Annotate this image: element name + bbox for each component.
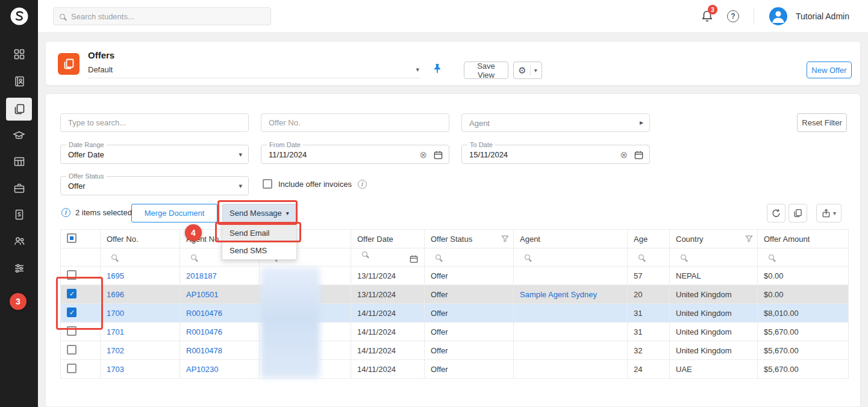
date-range-select[interactable]: Date Range Offer Date ▾ xyxy=(60,145,249,164)
agent-cell xyxy=(514,360,628,379)
calendar-icon[interactable] xyxy=(410,254,418,265)
sidebar-item-agents[interactable] xyxy=(0,229,38,253)
help-button[interactable]: ? xyxy=(727,10,739,22)
table-row[interactable]: 1696 AP10501 13/11/2024 Offer Sample Age… xyxy=(61,285,849,304)
merge-document-button[interactable]: Merge Document xyxy=(131,204,217,222)
agent-no-link[interactable]: AP10501 xyxy=(186,290,219,299)
offer-no-input[interactable] xyxy=(261,113,449,132)
send-message-label: Send Message xyxy=(229,209,282,218)
table-row[interactable]: 1695 2018187 13/11/2024 Offer 57 NEPAL $… xyxy=(61,267,849,285)
briefcase-icon xyxy=(13,182,25,194)
calendar-icon[interactable] xyxy=(434,150,443,162)
search-cell[interactable] xyxy=(101,248,180,267)
row-checkbox[interactable] xyxy=(67,270,76,280)
filter-funnel-icon[interactable] xyxy=(745,235,753,244)
refresh-button[interactable] xyxy=(767,204,785,222)
calendar-icon[interactable] xyxy=(634,150,643,162)
from-date-field[interactable]: From Date 11/11/2024 ⊗ xyxy=(261,145,449,164)
offer-date-cell: 13/11/2024 xyxy=(351,267,425,285)
view-selector[interactable]: Default ▾ xyxy=(88,64,420,78)
to-date-field[interactable]: To Date 15/11/2024 ⊗ xyxy=(461,145,650,164)
offer-no-link[interactable]: 1700 xyxy=(107,309,124,318)
offer-no-link[interactable]: 1695 xyxy=(107,271,124,280)
table-row[interactable]: 1701 R0010476 14/11/2024 Offer 31 United… xyxy=(61,323,849,341)
app-logo[interactable] xyxy=(8,5,30,27)
row-checkbox[interactable] xyxy=(67,345,76,355)
sidebar-item-dashboard[interactable] xyxy=(0,42,38,66)
page-title: Offers xyxy=(88,50,114,60)
col-offer-amount[interactable]: Offer Amount xyxy=(758,230,849,248)
contacts-icon xyxy=(13,75,25,87)
agent-no-link[interactable]: R0010478 xyxy=(186,346,222,355)
search-cell[interactable] xyxy=(351,248,425,267)
filter-funnel-icon[interactable] xyxy=(501,235,509,244)
offer-no-link[interactable]: 1701 xyxy=(107,327,124,336)
copy-button[interactable] xyxy=(788,204,807,222)
search-input[interactable] xyxy=(70,11,264,22)
country-cell: NEPAL xyxy=(670,267,758,285)
amount-cell: $0.00 xyxy=(758,267,849,285)
include-invoices-checkbox[interactable] xyxy=(263,179,272,189)
amount-cell: $8,010.00 xyxy=(758,304,849,323)
col-offer-date[interactable]: Offer Date xyxy=(351,230,425,248)
row-checkbox[interactable] xyxy=(67,308,76,317)
amount-cell: $5,670.00 xyxy=(758,360,849,379)
age-cell: 31 xyxy=(628,323,670,341)
table-row[interactable]: 1700 R0010476 14/11/2024 Offer 31 United… xyxy=(61,304,849,323)
agent-link[interactable]: Sample Agent Sydney xyxy=(520,290,597,299)
search-cell[interactable] xyxy=(758,248,849,267)
col-age[interactable]: Age xyxy=(628,230,670,248)
agent-no-link[interactable]: 2018187 xyxy=(186,271,217,280)
notifications-button[interactable]: 3 xyxy=(701,9,716,25)
select-all-checkbox[interactable] xyxy=(67,233,76,243)
include-invoices-label: Include offer invoices xyxy=(278,180,352,189)
save-view-button[interactable]: Save View xyxy=(464,62,508,79)
search-cell[interactable] xyxy=(425,248,514,267)
view-settings-button[interactable]: ⚙ ▾ xyxy=(513,62,542,79)
search-cell[interactable] xyxy=(670,248,758,267)
new-offer-button[interactable]: New Offer xyxy=(807,62,852,78)
send-message-button[interactable]: Send Message ▾ xyxy=(222,204,296,222)
clear-date-icon[interactable]: ⊗ xyxy=(419,150,427,160)
age-cell: 20 xyxy=(628,285,670,304)
row-checkbox[interactable] xyxy=(67,364,76,373)
country-cell: United Kingdom xyxy=(670,285,758,304)
row-checkbox[interactable] xyxy=(67,289,76,298)
search-cell[interactable] xyxy=(514,248,628,267)
offer-no-link[interactable]: 1702 xyxy=(107,346,124,355)
user-avatar[interactable] xyxy=(769,7,787,25)
agent-no-link[interactable]: AP10230 xyxy=(186,365,219,374)
col-offer-no[interactable]: Offer No. xyxy=(101,230,180,248)
offers-table: Offer No. Agent No. Name Offer Date Offe… xyxy=(60,229,848,379)
col-agent[interactable]: Agent xyxy=(514,230,628,248)
row-checkbox[interactable] xyxy=(67,326,76,336)
reset-filter-button[interactable]: Reset Filter xyxy=(797,113,847,132)
agent-no-link[interactable]: R0010476 xyxy=(186,327,222,336)
sidebar-item-courses[interactable] xyxy=(0,124,38,148)
sidebar-item-invoices[interactable] xyxy=(0,203,38,227)
search-cell[interactable] xyxy=(628,248,670,267)
button-divider xyxy=(530,65,531,75)
sidebar-item-contacts[interactable] xyxy=(0,69,38,93)
col-offer-status[interactable]: Offer Status xyxy=(425,230,514,248)
sidebar-item-applications[interactable] xyxy=(0,150,38,174)
table-row[interactable]: 1702 R0010478 14/11/2024 Offer 32 United… xyxy=(61,341,849,360)
export-button[interactable]: ▾ xyxy=(816,204,841,222)
pin-view-button[interactable] xyxy=(432,63,442,76)
table-row[interactable]: 1703 AP10230 14/11/2024 Offer 24 UAE $5,… xyxy=(61,360,849,379)
agent-filter[interactable]: Agent ▸ xyxy=(461,113,650,132)
offer-no-link[interactable]: 1696 xyxy=(107,290,124,299)
agent-no-link[interactable]: R0010476 xyxy=(186,309,222,318)
clear-date-icon[interactable]: ⊗ xyxy=(620,150,628,160)
offer-status-select[interactable]: Offer Status Offer ▾ xyxy=(60,176,249,195)
sidebar-item-offers[interactable] xyxy=(0,97,38,121)
menu-item-send-email[interactable]: Send Email xyxy=(222,224,296,242)
sidebar-item-settings[interactable] xyxy=(0,256,38,280)
global-search[interactable] xyxy=(53,7,271,25)
include-invoices-option: Include offer invoices i xyxy=(263,179,367,189)
sidebar-item-services[interactable] xyxy=(0,176,38,200)
offer-no-link[interactable]: 1703 xyxy=(107,365,124,374)
col-country[interactable]: Country xyxy=(670,230,758,248)
quick-search-input[interactable] xyxy=(60,113,249,132)
menu-item-send-sms[interactable]: Send SMS xyxy=(222,242,296,259)
